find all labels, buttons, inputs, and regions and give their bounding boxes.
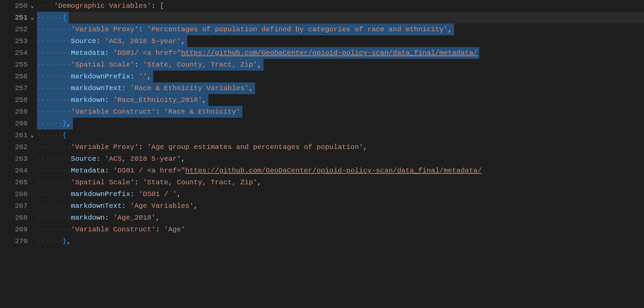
fold-toggle-icon[interactable]: ⌄ — [29, 12, 36, 24]
code-line[interactable]: ······}, — [37, 118, 644, 129]
token-str: 'Variable Construct' — [71, 226, 156, 233]
line-number[interactable]: 259 — [0, 106, 37, 118]
line-number[interactable]: 263 — [0, 153, 37, 165]
code-editor[interactable]: 250⌄251⌄252253254255256257258259260261⌄2… — [0, 0, 644, 247]
code-line[interactable]: ········Metadata: 'DS01 / <a href="https… — [37, 165, 644, 177]
token-punct: : — [130, 190, 138, 198]
line-number[interactable]: 264 — [0, 165, 37, 177]
token-str: 'Age' — [164, 226, 185, 233]
code-line[interactable]: ········'Variable Proxy': 'Age group est… — [37, 141, 644, 153]
token-ident: markdownText — [71, 202, 122, 210]
code-line[interactable]: ········'Spatial Scale': 'State, County,… — [37, 59, 644, 71]
token-link: https://github.com/GeoDaCenter/opioid-po… — [185, 167, 482, 175]
token-punct: , — [181, 155, 186, 163]
token-link: https://github.com/GeoDaCenter/opioid-po… — [181, 49, 478, 57]
token-str: 'ACS, 2018 5-year' — [105, 37, 181, 45]
code-line[interactable]: ········markdownText: 'Age Variables', — [37, 200, 644, 212]
token-punct: : — [138, 143, 147, 151]
token-ident: Metadata — [71, 49, 105, 57]
code-line[interactable]: ········Source: 'ACS, 2018 5-year', — [37, 153, 644, 165]
code-line[interactable]: ········'Variable Construct': 'Race & Et… — [37, 106, 644, 118]
token-punct: , — [202, 96, 207, 104]
token-bracket3: } — [63, 120, 67, 127]
token-str: 'DS01 / <a href=" — [113, 167, 185, 175]
line-number[interactable]: 268 — [0, 212, 37, 224]
token-ident: Metadata — [71, 167, 105, 175]
token-str: 'Race & Ethnicity Variables' — [130, 84, 249, 92]
token-punct: : — [156, 226, 164, 233]
token-punct: , — [177, 190, 181, 198]
token-punct: : — [96, 37, 105, 45]
token-str: 'Variable Proxy' — [71, 26, 139, 33]
line-number[interactable]: 262 — [0, 141, 37, 153]
line-number[interactable]: 267 — [0, 200, 37, 212]
token-punct: : — [138, 26, 147, 33]
token-str: 'Spatial Scale' — [71, 61, 134, 69]
token-punct: , — [67, 120, 71, 127]
line-number[interactable]: 254 — [0, 47, 37, 59]
token-punct: , — [448, 26, 452, 33]
code-line[interactable]: ········markdown: 'Age_2018', — [37, 212, 644, 224]
line-number-gutter[interactable]: 250⌄251⌄252253254255256257258259260261⌄2… — [0, 0, 37, 247]
token-ident: markdownPrefix — [71, 73, 130, 80]
line-number[interactable]: 257 — [0, 82, 37, 94]
line-number[interactable]: 266 — [0, 188, 37, 200]
token-ident: markdown — [71, 214, 105, 222]
fold-toggle-icon[interactable]: ⌄ — [29, 0, 36, 12]
token-punct: : — [105, 96, 113, 104]
fold-toggle-icon[interactable]: ⌄ — [29, 129, 36, 141]
code-line[interactable]: ········markdownPrefix: 'DS01 / ', — [37, 188, 644, 200]
token-str: 'Variable Proxy' — [71, 143, 139, 151]
token-punct: , — [257, 61, 261, 69]
token-str: 'DS01/ <a href=" — [113, 49, 181, 57]
code-line[interactable]: ········markdownPrefix: '', — [37, 71, 644, 82]
code-line[interactable]: ······}, — [37, 235, 644, 247]
code-line[interactable]: ········Source: 'ACS, 2018 5-year', — [37, 35, 644, 47]
token-bracket3: } — [63, 237, 67, 245]
token-bracket3: { — [63, 14, 67, 22]
code-line[interactable]: ········'Variable Proxy': 'Percentages o… — [37, 24, 644, 35]
line-number[interactable]: 265 — [0, 177, 37, 188]
token-punct: : — [122, 84, 130, 92]
token-punct: : — [156, 108, 164, 116]
line-number[interactable]: 255 — [0, 59, 37, 71]
token-punct: , — [181, 37, 186, 45]
token-str: 'Percentages of population defined by ca… — [147, 26, 448, 33]
code-line[interactable]: ········markdown: 'Race_Ethnicity_2018', — [37, 94, 644, 106]
token-punct: : — [151, 2, 160, 10]
line-number[interactable]: 256 — [0, 71, 37, 82]
token-punct: : — [122, 202, 130, 210]
token-ident: markdownPrefix — [71, 190, 130, 198]
token-str: 'Age group estimates and percentages of … — [147, 143, 363, 151]
token-ident: markdown — [71, 96, 105, 104]
token-str: 'State, County, Tract, Zip' — [143, 179, 257, 186]
line-number[interactable]: 270 — [0, 235, 37, 247]
code-line[interactable]: ······{ — [37, 129, 644, 141]
code-line[interactable]: ········markdownText: 'Race & Ethnicity … — [37, 82, 644, 94]
token-punct: , — [363, 143, 367, 151]
token-ident: Source — [71, 37, 96, 45]
line-number[interactable]: 258 — [0, 94, 37, 106]
code-line[interactable]: ········Metadata: 'DS01/ <a href="https:… — [37, 47, 644, 59]
token-punct: , — [156, 214, 160, 222]
line-number[interactable]: 252 — [0, 24, 37, 35]
token-punct: : — [96, 155, 105, 163]
token-punct: , — [194, 202, 198, 210]
code-line[interactable]: ····'Demographic Variables': [ — [37, 0, 644, 12]
code-line[interactable]: ········'Variable Construct': 'Age' — [37, 224, 644, 235]
code-area[interactable]: ····'Demographic Variables': [······{···… — [37, 0, 644, 247]
line-number[interactable]: 251⌄ — [0, 12, 37, 24]
code-line[interactable]: ······{ — [37, 12, 644, 24]
token-str: 'ACS, 2018 5-year' — [105, 155, 181, 163]
line-number[interactable]: 253 — [0, 35, 37, 47]
token-ident: Source — [71, 155, 96, 163]
line-number[interactable]: 260 — [0, 118, 37, 129]
token-bracket3: { — [63, 131, 67, 139]
line-number[interactable]: 269 — [0, 224, 37, 235]
token-punct: , — [257, 179, 261, 186]
line-number[interactable]: 250⌄ — [0, 0, 37, 12]
token-punct: , — [147, 73, 152, 80]
token-str: 'DS01 / ' — [138, 190, 176, 198]
code-line[interactable]: ········'Spatial Scale': 'State, County,… — [37, 177, 644, 188]
line-number[interactable]: 261⌄ — [0, 129, 37, 141]
